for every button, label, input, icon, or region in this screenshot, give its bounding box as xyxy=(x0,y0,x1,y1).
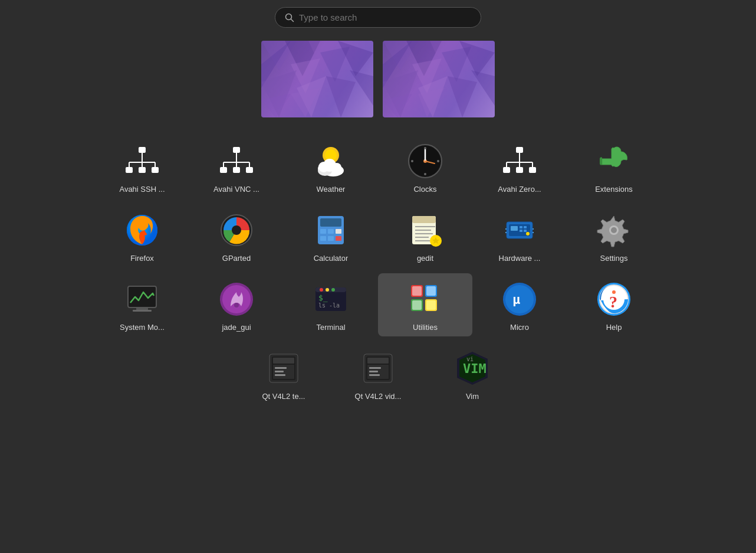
svg-rect-14 xyxy=(246,167,253,173)
svg-rect-11 xyxy=(233,147,240,153)
app-item-qt-v4l2-test[interactable]: Qt V4L2 te... xyxy=(236,342,331,405)
app-item-avahi-ssh[interactable]: Avahi SSH ... xyxy=(95,135,189,198)
app-label-avahi-zero: Avahi Zero... xyxy=(498,185,541,194)
svg-point-33 xyxy=(424,147,426,149)
app-icon-settings xyxy=(595,211,633,249)
app-label-avahi-vnc: Avahi VNC ... xyxy=(213,185,259,194)
search-icon xyxy=(285,13,294,22)
svg-rect-72 xyxy=(524,230,527,232)
app-item-avahi-vnc[interactable]: Avahi VNC ... xyxy=(189,135,284,198)
search-bar[interactable] xyxy=(275,7,481,28)
app-label-gedit: gedit xyxy=(417,254,433,263)
svg-rect-37 xyxy=(516,147,523,153)
app-item-weather[interactable]: Weather xyxy=(284,135,378,198)
app-icon-utilities xyxy=(406,280,444,318)
app-item-avahi-zero[interactable]: Avahi Zero... xyxy=(472,135,567,198)
app-label-jade-gui: jade_gui xyxy=(222,323,251,332)
app-item-firefox[interactable]: Firefox xyxy=(95,204,189,267)
svg-rect-39 xyxy=(516,167,523,173)
svg-point-36 xyxy=(437,160,439,162)
svg-text:ls -la: ls -la xyxy=(318,302,340,309)
svg-rect-113 xyxy=(275,374,285,376)
apps-row-3: Qt V4L2 te... Qt V4L2 vid... VIM vi Vim xyxy=(236,342,520,405)
apps-row-1: Firefox GParted Calculator xyxy=(95,204,661,267)
app-icon-hardware xyxy=(501,211,538,249)
svg-text:μ: μ xyxy=(512,292,520,307)
app-label-avahi-ssh: Avahi SSH ... xyxy=(119,185,165,194)
svg-rect-116 xyxy=(367,358,389,364)
app-label-micro: Micro xyxy=(510,323,529,332)
app-label-firefox: Firefox xyxy=(130,254,154,263)
svg-rect-70 xyxy=(524,226,527,228)
wallpaper-thumb-2[interactable] xyxy=(383,41,495,117)
svg-line-1 xyxy=(291,19,294,21)
svg-rect-68 xyxy=(511,226,518,231)
app-icon-avahi-zero xyxy=(501,142,538,180)
svg-rect-40 xyxy=(529,167,536,173)
svg-rect-95 xyxy=(426,286,436,296)
svg-point-86 xyxy=(326,288,329,292)
svg-rect-54 xyxy=(336,229,341,234)
app-item-gedit[interactable]: gedit xyxy=(378,204,472,267)
app-item-jade-gui[interactable]: jade_gui xyxy=(189,273,284,336)
svg-point-82 xyxy=(234,303,239,307)
app-icon-avahi-ssh xyxy=(123,142,161,180)
svg-text:?: ? xyxy=(609,293,617,311)
svg-rect-5 xyxy=(152,167,159,173)
app-item-extensions[interactable]: Extensions xyxy=(567,135,661,198)
apps-row-0: Avahi SSH ... Avahi VNC ... Weather xyxy=(95,135,661,198)
app-label-sysmon: System Mo... xyxy=(120,323,165,332)
app-icon-gedit xyxy=(406,211,444,249)
svg-text:vi: vi xyxy=(466,356,474,362)
svg-rect-79 xyxy=(133,310,152,312)
svg-text:VIM: VIM xyxy=(463,361,487,376)
app-icon-jade-gui xyxy=(218,280,255,318)
app-label-qt-v4l2-vid: Qt V4L2 vid... xyxy=(355,392,402,401)
app-label-clocks: Clocks xyxy=(413,185,436,194)
app-item-hardware[interactable]: Hardware ... xyxy=(472,204,567,267)
search-input[interactable] xyxy=(299,12,471,22)
svg-text:$_: $_ xyxy=(318,293,328,302)
app-item-clocks[interactable]: Clocks xyxy=(378,135,472,198)
svg-point-106 xyxy=(612,290,616,294)
app-icon-firefox xyxy=(123,211,161,249)
app-icon-clocks xyxy=(406,142,444,180)
svg-rect-109 xyxy=(273,358,294,364)
app-item-terminal[interactable]: $_ ls -la Terminal xyxy=(284,273,378,336)
app-item-qt-v4l2-vid[interactable]: Qt V4L2 vid... xyxy=(331,342,425,405)
app-item-sysmon[interactable]: System Mo... xyxy=(95,273,189,336)
app-icon-vim: VIM vi xyxy=(453,349,491,387)
app-icon-sysmon xyxy=(123,280,161,318)
svg-rect-119 xyxy=(369,371,378,372)
app-icon-calculator xyxy=(312,211,350,249)
app-item-settings[interactable]: Settings xyxy=(567,204,661,267)
svg-point-34 xyxy=(424,173,426,175)
svg-rect-120 xyxy=(369,374,380,376)
svg-rect-38 xyxy=(503,167,510,173)
svg-rect-111 xyxy=(275,367,287,369)
svg-rect-55 xyxy=(320,236,326,241)
app-icon-micro: μ xyxy=(501,280,538,318)
svg-rect-53 xyxy=(328,229,334,234)
svg-rect-52 xyxy=(320,229,326,234)
app-label-terminal: Terminal xyxy=(316,323,345,332)
svg-point-76 xyxy=(611,227,617,233)
app-label-extensions: Extensions xyxy=(595,185,633,194)
wallpaper-thumb-1[interactable] xyxy=(261,41,373,117)
app-icon-weather xyxy=(312,142,350,180)
svg-rect-69 xyxy=(520,226,522,228)
app-item-gparted[interactable]: GParted xyxy=(189,204,284,267)
wallpaper-row xyxy=(0,35,756,129)
app-item-help[interactable]: ? Help xyxy=(567,273,661,336)
app-item-utilities[interactable]: Utilities xyxy=(378,273,472,336)
svg-rect-97 xyxy=(426,300,436,310)
svg-point-73 xyxy=(526,232,530,235)
app-item-vim[interactable]: VIM vi Vim xyxy=(425,342,520,405)
app-label-weather: Weather xyxy=(317,185,346,194)
app-label-qt-v4l2-test: Qt V4L2 te... xyxy=(262,392,305,401)
svg-point-27 xyxy=(332,163,341,172)
app-item-calculator[interactable]: Calculator xyxy=(284,204,378,267)
app-item-micro[interactable]: μ Micro xyxy=(472,273,567,336)
app-label-hardware: Hardware ... xyxy=(499,254,541,263)
svg-rect-2 xyxy=(139,147,146,153)
